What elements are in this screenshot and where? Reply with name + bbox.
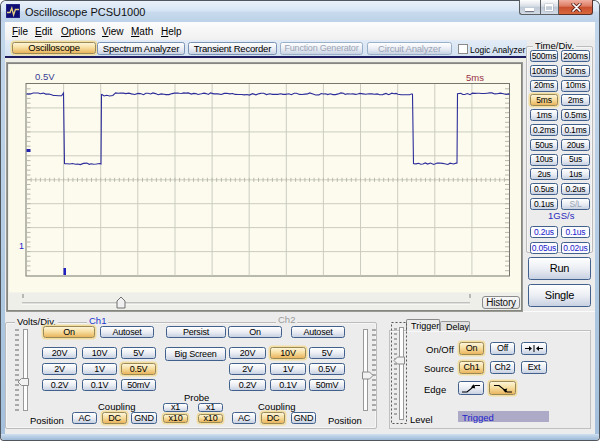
svg-text:1: 1 xyxy=(19,241,24,251)
svg-text:5ms: 5ms xyxy=(466,72,484,83)
svg-text:0.5V: 0.5V xyxy=(35,71,55,82)
